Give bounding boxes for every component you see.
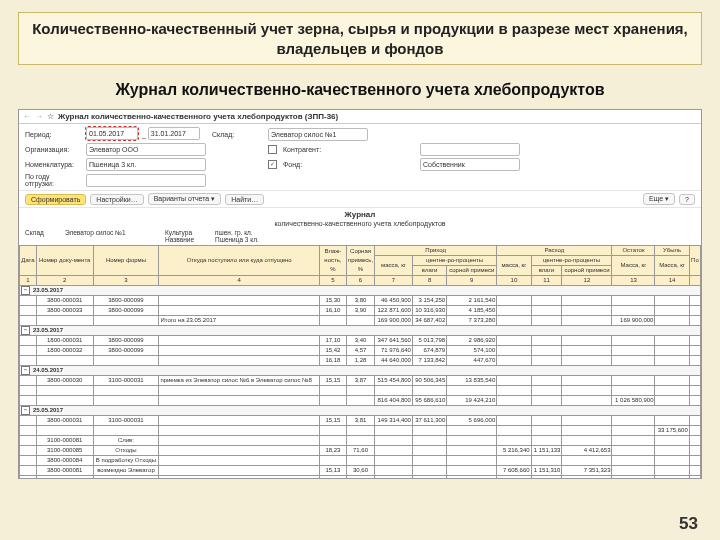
period-to[interactable]: 31.01.2017 <box>148 127 200 140</box>
run-button[interactable]: Сформировать <box>25 194 86 205</box>
page-number: 53 <box>679 514 698 534</box>
slide-subtitle: Журнал количественно-качественного учета… <box>18 81 702 99</box>
toolbar: ← → ☆ Журнал количественно-качественного… <box>19 110 701 124</box>
table-row: −25.05.2017 <box>20 406 701 416</box>
table-header: Дата Номер доку-мента Номер формы Откуда… <box>20 246 701 286</box>
settings-button[interactable]: Настройки… <box>90 194 143 205</box>
filter-panel: Период: 01.05.2017 – 31.01.2017 Склад: Э… <box>19 124 701 191</box>
lbl-nomen: Номенклатура: <box>25 161 80 168</box>
find-button[interactable]: Найти… <box>225 194 264 205</box>
table-row: −23.05.2017 <box>20 286 701 296</box>
table-row: 3100-000081Слив: <box>20 436 701 446</box>
table-row: 3100-000085Отходы18,2371,605 216,3401 15… <box>20 446 701 456</box>
nav-fwd-icon[interactable]: → <box>35 112 43 121</box>
journal-context: СкладЭлеватор силос №1 Культурапшен. гр.… <box>19 229 701 243</box>
variants-button[interactable]: Варианты отчета ▾ <box>148 193 222 205</box>
more-button[interactable]: Еще ▾ <box>643 193 675 205</box>
table-row: −23.05.2017 <box>20 326 701 336</box>
checkbox-contr[interactable] <box>268 145 277 154</box>
lbl-warehouse: Склад: <box>212 131 262 138</box>
period-from[interactable]: 01.05.2017 <box>86 127 138 140</box>
table-row: 3800-000081возмездно Элеватор15,1330,607… <box>20 466 701 476</box>
org-field[interactable]: Элеватор ООО <box>86 143 206 156</box>
table-row: 1800-0000313800-00009917,103,40347 641,5… <box>20 336 701 346</box>
year-field[interactable] <box>86 174 206 187</box>
app-screenshot: ← → ☆ Журнал количественно-качественного… <box>18 109 702 479</box>
table-row: 816 404,80095 686,61019 424,2101 026 580… <box>20 396 701 406</box>
fund-field[interactable]: Собственник <box>420 158 520 171</box>
checkbox-fund[interactable]: ✓ <box>268 160 277 169</box>
table-row: 3800-0000303100-000031приемка из Элевато… <box>20 376 701 386</box>
table-row: 3800-000084В подработку Отходы <box>20 456 701 466</box>
table-row: 3800-0000333800-00009916,103,90122 871,6… <box>20 306 701 316</box>
table-row: −24.05.2017 <box>20 366 701 376</box>
table-row: 3800-0000313800-00009915,303,8046 450,90… <box>20 296 701 306</box>
doc-title: Журнал количественно-качественного учета… <box>58 112 338 121</box>
table-row: 33 175,600 <box>20 426 701 436</box>
table-row <box>20 386 701 396</box>
table-body: −23.05.20173800-0000313800-00009915,303,… <box>20 286 701 480</box>
lbl-period: Период: <box>25 131 80 138</box>
table-row: 3800-0000313100-00003115,153,81149 314,4… <box>20 416 701 426</box>
help-button[interactable]: ? <box>679 194 695 205</box>
table-row: 16,181,2844 640,0007 133,842447,670 <box>20 356 701 366</box>
lbl-year: По году отгрузки: <box>25 173 80 187</box>
star-icon[interactable]: ☆ <box>47 112 54 121</box>
lbl-org: Организация: <box>25 146 80 153</box>
slide-title: Количественно-качественный учет зерна, с… <box>18 12 702 65</box>
table-row: 168 600,00013 528,3401 302,3057 854,800 <box>20 476 701 480</box>
table-row: 1800-0000323800-00009915,424,5771 976,64… <box>20 346 701 356</box>
nomen-field[interactable]: Пшеница 3 кл. <box>86 158 206 171</box>
nav-back-icon[interactable]: ← <box>23 112 31 121</box>
table-row: Итого на 23.05.2017169 900,00034 687,402… <box>20 316 701 326</box>
journal-subheading: количественно-качественного учета хлебоп… <box>19 220 701 227</box>
journal-table: Дата Номер доку-мента Номер формы Откуда… <box>19 245 701 479</box>
warehouse-field[interactable]: Элеватор силос №1 <box>268 128 368 141</box>
contr-field[interactable] <box>420 143 520 156</box>
action-bar: Сформировать Настройки… Варианты отчета … <box>19 191 701 208</box>
